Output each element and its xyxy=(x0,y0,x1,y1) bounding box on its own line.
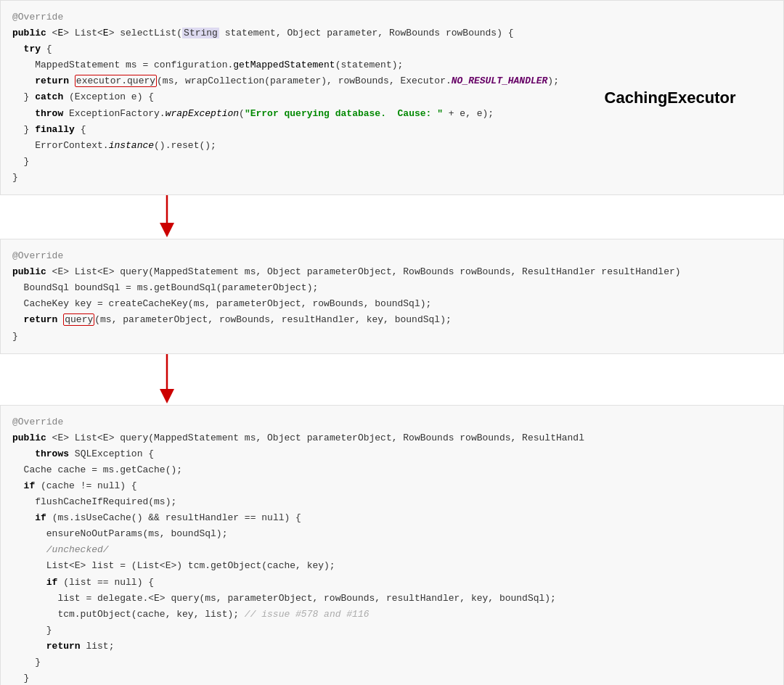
method-selectList: selectList xyxy=(120,28,176,38)
arrow-1 xyxy=(152,195,181,239)
svg-marker-3 xyxy=(160,389,174,403)
annotation-override-3: @Override xyxy=(12,417,63,427)
top-code-section: @Override public <E> List<E> selectList(… xyxy=(0,0,784,195)
caching-executor-label-area: CachingExecutor xyxy=(568,9,772,186)
top-code-area: @Override public <E> List<E> selectList(… xyxy=(12,9,568,186)
arrow-2-container xyxy=(0,354,784,405)
arrow-1-container xyxy=(0,195,784,239)
query-highlight-2: query xyxy=(63,313,94,326)
bottom-code-section: @Override public <E> List<E> query(Mappe… xyxy=(0,405,784,685)
mid-code-section: @Override public <E> List<E> query(Mappe… xyxy=(0,239,784,354)
svg-marker-1 xyxy=(160,223,174,237)
kw-public: public xyxy=(12,28,46,38)
executor-query-highlight: executor.query xyxy=(75,75,157,87)
annotation-override-2: @Override xyxy=(12,250,63,261)
annotation-override: @Override xyxy=(12,12,63,22)
caching-executor-title: CachingExecutor xyxy=(605,84,736,111)
arrow-2 xyxy=(152,354,181,405)
